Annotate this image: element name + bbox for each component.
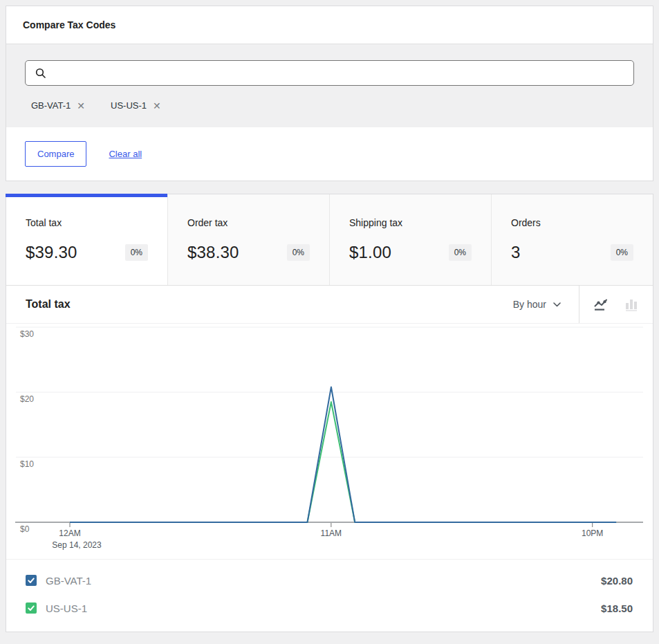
line-chart-icon[interactable]: [589, 293, 613, 316]
stat-delta-badge: 0%: [611, 244, 633, 261]
svg-text:$20: $20: [20, 394, 34, 404]
legend-value: $18.50: [601, 602, 633, 614]
stat-label: Order tax: [187, 217, 310, 228]
legend-value: $20.80: [601, 575, 633, 587]
stat-value: $38.30: [187, 243, 239, 262]
checkbox-checked-icon[interactable]: [26, 602, 37, 614]
stat-value: $1.00: [349, 243, 391, 262]
clear-all-link[interactable]: Clear all: [109, 149, 142, 159]
chart-area[interactable]: $0$10$20$3012AM11AM10PMSep 14, 2023: [6, 324, 653, 559]
interval-label: By hour: [513, 299, 546, 310]
compare-actions: Compare Clear all: [6, 127, 653, 181]
stat-tab-order-tax[interactable]: Order tax $38.30 0%: [167, 194, 329, 285]
search-icon: [35, 67, 47, 80]
tax-report-card: Total tax $39.30 0% Order tax $38.30 0% …: [6, 194, 653, 632]
compare-button[interactable]: Compare: [25, 141, 86, 167]
chart-controls: By hour: [495, 286, 653, 323]
stat-delta-badge: 0%: [125, 244, 148, 261]
chart-legend: GB-VAT-1 $20.80 US-US-1 $18.50: [6, 559, 653, 632]
svg-text:12AM: 12AM: [59, 528, 80, 538]
svg-text:$0: $0: [20, 524, 30, 534]
svg-text:Sep 14, 2023: Sep 14, 2023: [52, 540, 102, 550]
tag-label: GB-VAT-1: [31, 100, 71, 111]
chart-title: Total tax: [6, 286, 71, 323]
chart-type-toggle: [579, 286, 653, 323]
tax-code-search[interactable]: [25, 60, 634, 86]
stat-value: $39.30: [26, 243, 77, 262]
legend-label: US-US-1: [46, 602, 87, 614]
stat-label: Shipping tax: [349, 217, 472, 228]
compare-tax-codes-card: Compare Tax Codes GB-VAT-1 ✕ US-US-1 ✕: [6, 6, 653, 181]
total-tax-chart: $0$10$20$3012AM11AM10PMSep 14, 2023: [6, 324, 653, 559]
chart-header: Total tax By hour: [6, 286, 653, 324]
remove-tag-icon[interactable]: ✕: [153, 101, 161, 111]
search-section: GB-VAT-1 ✕ US-US-1 ✕: [6, 44, 653, 127]
stat-delta-badge: 0%: [287, 244, 310, 261]
search-input[interactable]: [52, 68, 633, 78]
legend-row-us-us-1[interactable]: US-US-1 $18.50: [6, 594, 653, 622]
page: Compare Tax Codes GB-VAT-1 ✕ US-US-1 ✕: [0, 0, 659, 638]
remove-tag-icon[interactable]: ✕: [77, 101, 85, 111]
stat-value: 3: [511, 243, 521, 262]
stat-tab-orders[interactable]: Orders 3 0%: [491, 194, 653, 285]
tag-gb-vat-1: GB-VAT-1 ✕: [31, 100, 85, 111]
summary-stats: Total tax $39.30 0% Order tax $38.30 0% …: [6, 194, 653, 286]
svg-text:$10: $10: [20, 459, 34, 469]
chevron-down-icon: [553, 302, 561, 307]
svg-text:$30: $30: [20, 329, 34, 339]
legend-label: GB-VAT-1: [46, 575, 91, 587]
checkbox-checked-icon[interactable]: [26, 575, 37, 586]
interval-dropdown[interactable]: By hour: [495, 286, 579, 323]
compare-card-title: Compare Tax Codes: [6, 6, 653, 44]
svg-text:11AM: 11AM: [321, 528, 342, 538]
stat-tab-shipping-tax[interactable]: Shipping tax $1.00 0%: [329, 194, 491, 285]
stat-label: Orders: [511, 217, 633, 228]
stat-tab-total-tax[interactable]: Total tax $39.30 0%: [6, 194, 167, 285]
tag-label: US-US-1: [111, 100, 147, 111]
legend-row-gb-vat-1[interactable]: GB-VAT-1 $20.80: [6, 567, 653, 594]
svg-text:10PM: 10PM: [582, 528, 603, 538]
stat-label: Total tax: [26, 217, 148, 228]
stat-delta-badge: 0%: [449, 244, 472, 261]
selected-tax-codes: GB-VAT-1 ✕ US-US-1 ✕: [25, 100, 634, 111]
tag-us-us-1: US-US-1 ✕: [111, 100, 161, 111]
bar-chart-icon[interactable]: [620, 293, 643, 316]
